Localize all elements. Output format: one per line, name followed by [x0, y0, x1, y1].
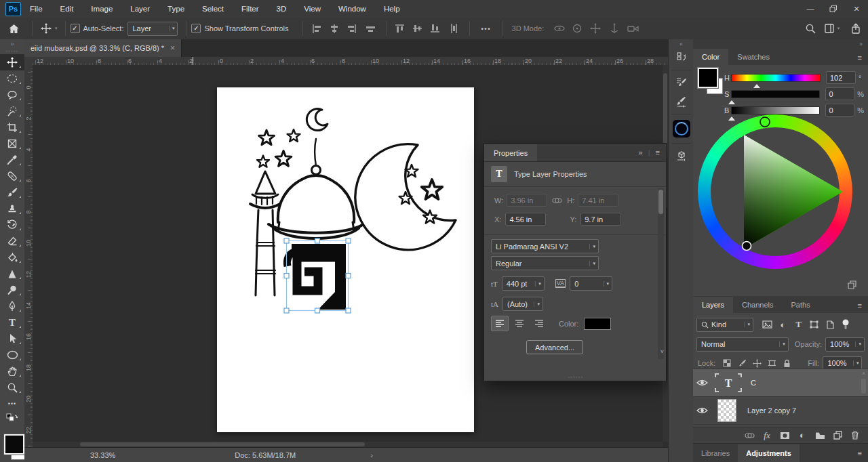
text-color-swatch[interactable] — [584, 318, 611, 330]
lock-image-pixels-button[interactable] — [734, 359, 749, 368]
restore-button[interactable] — [822, 1, 845, 17]
saturation-triangle[interactable] — [698, 114, 852, 269]
crop-tool[interactable] — [0, 119, 24, 135]
filter-pixel-layers-button[interactable] — [759, 320, 775, 329]
saturation-slider-thumb[interactable] — [728, 97, 735, 104]
brightness-slider[interactable] — [731, 106, 820, 114]
link-dimensions-icon[interactable] — [551, 197, 563, 204]
properties-scrollbar[interactable] — [658, 188, 664, 359]
lock-transparent-pixels-button[interactable] — [719, 359, 734, 367]
share-button[interactable] — [844, 23, 868, 35]
3d-roll-button[interactable] — [568, 23, 586, 34]
minimize-button[interactable]: — — [799, 1, 822, 17]
lock-position-button[interactable] — [749, 359, 764, 368]
sharpen-tool[interactable] — [0, 266, 24, 282]
collapse-column-button[interactable]: » — [693, 39, 868, 48]
3d-materials-panel-button[interactable] — [669, 146, 694, 165]
align-top-edges-button[interactable] — [391, 24, 409, 33]
layer-visibility-toggle[interactable] — [693, 406, 711, 415]
move-tool-preset-icon[interactable] — [37, 23, 55, 34]
color-foreground-swatch[interactable] — [698, 68, 718, 88]
foreground-color-swatch[interactable] — [4, 434, 24, 455]
history-brush-tool[interactable] — [0, 217, 24, 233]
menu-item[interactable]: File — [21, 5, 52, 13]
brushes-panel-button[interactable] — [669, 92, 694, 111]
pen-tool[interactable] — [0, 298, 24, 314]
filter-type-layers-button[interactable]: T — [791, 319, 806, 330]
color-wheel[interactable] — [698, 114, 852, 269]
filter-kind-dropdown[interactable]: Kind ▾ — [696, 318, 753, 332]
properties-tab[interactable]: Properties — [484, 144, 537, 161]
create-swatch-icon[interactable] — [848, 280, 856, 289]
align-left-edges-button[interactable] — [308, 24, 326, 33]
align-text-right-button[interactable] — [530, 316, 548, 331]
triangle-marker[interactable] — [743, 242, 751, 251]
scroll-up-icon[interactable]: ˄ — [861, 371, 867, 377]
menu-item[interactable]: Help — [375, 5, 409, 13]
menu-item[interactable]: Select — [193, 5, 233, 13]
layer-row-raster[interactable]: Layer 2 copy 7 — [693, 397, 868, 425]
paint-bucket-tool[interactable] — [0, 249, 24, 266]
delete-layer-button[interactable] — [846, 431, 864, 440]
filter-shape-layers-button[interactable] — [806, 320, 822, 329]
filter-adjustment-layers-button[interactable]: ◐ — [775, 320, 791, 330]
document-tab[interactable]: eiid mubarak.psd @ 33.3% (C, RGB/8) * × — [24, 39, 182, 57]
hue-ring-marker[interactable] — [760, 117, 770, 127]
lasso-tool[interactable] — [0, 87, 24, 103]
hue-value-field[interactable]: 102 — [826, 71, 856, 84]
distribute-vertical-button[interactable] — [444, 24, 465, 33]
x-position-field[interactable]: 4.56 in — [505, 213, 546, 226]
new-adjustment-layer-button[interactable]: ◐ — [793, 430, 811, 440]
advanced-button[interactable]: Advanced... — [526, 340, 583, 354]
hue-slider[interactable] — [731, 74, 821, 82]
zoom-level-field[interactable]: 33.33% — [90, 451, 115, 459]
new-layer-button[interactable] — [829, 431, 846, 440]
3d-slide-button[interactable] — [605, 23, 624, 34]
color-panel-menu-icon[interactable]: ≡ — [858, 54, 868, 65]
add-layer-mask-button[interactable] — [776, 432, 793, 440]
dodge-tool[interactable] — [0, 282, 24, 298]
close-button[interactable]: × — [845, 1, 868, 17]
layer-list-scrollbar-thumb[interactable] — [861, 379, 866, 394]
workspace-switcher-button[interactable]: ▾ — [821, 24, 844, 33]
3d-camera-button[interactable] — [624, 24, 643, 33]
edit-toolbar-button[interactable]: ••• — [0, 396, 24, 412]
zoom-tool[interactable] — [0, 379, 24, 396]
toolbar-collapse-button[interactable]: » — [0, 39, 24, 48]
show-transform-checkbox[interactable]: ✓ — [191, 24, 201, 33]
hue-slider-thumb[interactable] — [753, 81, 760, 88]
align-text-left-button[interactable] — [491, 316, 509, 331]
status-options-chevron[interactable]: › — [370, 451, 373, 459]
tab-paths[interactable]: Paths — [783, 297, 819, 313]
align-horizontal-centers-button[interactable] — [326, 24, 343, 33]
tool-preset-chevron-icon[interactable]: ▾ — [55, 26, 58, 31]
tab-channels[interactable]: Channels — [733, 297, 782, 313]
opacity-dropdown[interactable]: 100% ▾ — [825, 337, 865, 352]
lock-all-button[interactable] — [779, 359, 794, 368]
scroll-more-icon[interactable]: ˅ — [660, 348, 664, 355]
history-panel-button[interactable] — [669, 48, 694, 67]
auto-select-target-dropdown[interactable]: Layer ▾ — [127, 22, 178, 36]
layer-thumbnail[interactable] — [717, 399, 736, 422]
3d-orbit-button[interactable] — [551, 23, 568, 34]
horizontal-scrollbar[interactable] — [33, 442, 663, 447]
align-bottom-edges-button[interactable] — [427, 24, 444, 33]
move-tool[interactable] — [0, 54, 24, 70]
width-field[interactable]: 3.96 in — [507, 194, 547, 207]
distribute-horizontal-button[interactable] — [361, 24, 381, 33]
bottom-panel-menu-icon[interactable]: ≡ — [858, 449, 868, 457]
link-layers-button[interactable] — [741, 432, 758, 439]
close-tab-icon[interactable]: × — [170, 43, 175, 53]
plugin-panel-button[interactable] — [669, 117, 694, 140]
menu-item[interactable]: Window — [330, 5, 375, 13]
align-right-edges-button[interactable] — [343, 24, 361, 33]
blend-mode-dropdown[interactable]: Normal ▾ — [696, 337, 789, 352]
expand-panels-button[interactable]: « — [669, 39, 694, 48]
align-vertical-centers-button[interactable] — [409, 24, 427, 33]
tracking-dropdown[interactable]: 0 ▾ — [570, 276, 612, 291]
layer-row-type[interactable]: T C — [693, 369, 868, 397]
healing-brush-tool[interactable] — [0, 168, 24, 184]
y-position-field[interactable]: 9.7 in — [580, 213, 621, 226]
artboard[interactable] — [217, 87, 474, 432]
collapse-panel-icon[interactable]: » — [639, 148, 643, 156]
